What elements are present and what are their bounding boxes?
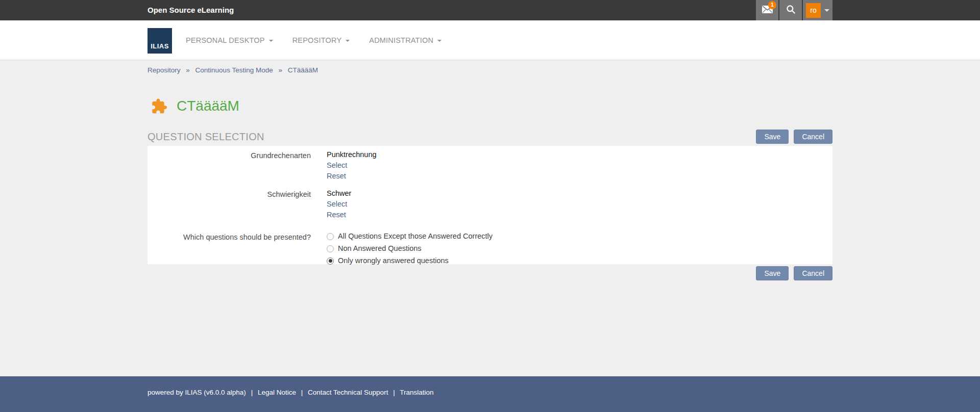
field-label: Grundrechenarten <box>148 150 311 183</box>
powered-by-text: powered by ILIAS (v6.0.0 alpha) <box>148 389 246 396</box>
reset-link[interactable]: Reset <box>327 172 346 180</box>
nav-label: REPOSITORY <box>292 36 342 44</box>
select-link[interactable]: Select <box>327 161 347 169</box>
footer: powered by ILIAS (v6.0.0 alpha) | Legal … <box>0 376 980 412</box>
nav-administration[interactable]: ADMINISTRATION <box>369 36 442 44</box>
page-title-row: CTääääM <box>148 97 832 115</box>
user-menu-button[interactable]: ro <box>803 0 832 20</box>
top-bar: Open Source eLearning 1 ro <box>0 0 980 20</box>
form-row-question-presentation: Which questions should be presented? All… <box>148 232 832 269</box>
breadcrumb-repository[interactable]: Repository <box>148 66 181 74</box>
chevron-down-icon <box>269 40 273 42</box>
save-button[interactable]: Save <box>756 130 789 144</box>
breadcrumb-separator: » <box>278 66 282 74</box>
chevron-down-icon <box>824 9 829 12</box>
footer-separator: | <box>301 389 303 396</box>
nav-label: PERSONAL DESKTOP <box>186 36 265 44</box>
translation-link[interactable]: Translation <box>400 389 433 396</box>
chevron-down-icon <box>346 40 350 42</box>
section-header-row: QUESTION SELECTION Save Cancel <box>148 130 832 144</box>
radio-button-icon <box>327 233 334 240</box>
search-button[interactable] <box>779 0 802 20</box>
nav-repository[interactable]: REPOSITORY <box>292 36 350 44</box>
contact-support-link[interactable]: Contact Technical Support <box>308 389 388 396</box>
search-icon <box>786 5 796 16</box>
radio-only-wrongly-answered[interactable]: Only wrongly answered questions <box>327 256 493 265</box>
main-header: ILIAS PERSONAL DESKTOP REPOSITORY ADMINI… <box>0 20 980 60</box>
puzzle-icon <box>151 98 168 115</box>
cancel-button[interactable]: Cancel <box>794 130 832 144</box>
breadcrumb: Repository » Continuous Testing Mode » C… <box>148 60 832 76</box>
topbar-actions: 1 ro <box>756 0 832 20</box>
form-row-grundrechenarten: Grundrechenarten Punktrechnung Select Re… <box>148 150 832 183</box>
breadcrumb-current[interactable]: CTääääM <box>288 66 318 74</box>
mail-count-badge: 1 <box>768 1 776 9</box>
footer-separator: | <box>393 389 395 396</box>
section-title: QUESTION SELECTION <box>148 131 264 143</box>
save-button-bottom[interactable]: Save <box>756 266 789 280</box>
field-label: Schwierigkeit <box>148 189 311 221</box>
field-value: Punktrechnung <box>327 150 377 159</box>
breadcrumb-continuous-testing-mode[interactable]: Continuous Testing Mode <box>195 66 273 74</box>
field-value: Schwer <box>327 189 351 197</box>
site-title: Open Source eLearning <box>148 0 234 20</box>
radio-label: Non Answered Questions <box>338 244 422 253</box>
cancel-button-bottom[interactable]: Cancel <box>794 266 832 280</box>
form-row-schwierigkeit: Schwierigkeit Schwer Select Reset <box>148 189 832 221</box>
ilias-logo[interactable]: ILIAS <box>148 28 172 54</box>
chevron-down-icon <box>437 40 442 42</box>
main-nav: PERSONAL DESKTOP REPOSITORY ADMINISTRATI… <box>186 20 461 60</box>
reset-link[interactable]: Reset <box>327 211 346 219</box>
nav-label: ADMINISTRATION <box>369 36 433 44</box>
top-action-buttons: Save Cancel <box>756 130 832 144</box>
radio-label: All Questions Except those Answered Corr… <box>338 232 493 241</box>
field-label: Which questions should be presented? <box>148 232 311 269</box>
page-title: CTääääM <box>177 98 239 114</box>
question-selection-form: Grundrechenarten Punktrechnung Select Re… <box>148 146 832 264</box>
radio-button-icon <box>327 245 334 252</box>
radio-all-questions-except-correct[interactable]: All Questions Except those Answered Corr… <box>327 232 493 241</box>
mail-button[interactable]: 1 <box>756 0 778 20</box>
radio-button-icon <box>327 258 334 265</box>
radio-label: Only wrongly answered questions <box>338 256 449 265</box>
footer-separator: | <box>251 389 253 396</box>
legal-notice-link[interactable]: Legal Notice <box>258 389 296 396</box>
radio-non-answered-questions[interactable]: Non Answered Questions <box>327 244 493 253</box>
avatar: ro <box>806 3 821 18</box>
breadcrumb-separator: » <box>186 66 190 74</box>
nav-personal-desktop[interactable]: PERSONAL DESKTOP <box>186 36 273 44</box>
select-link[interactable]: Select <box>327 200 347 208</box>
